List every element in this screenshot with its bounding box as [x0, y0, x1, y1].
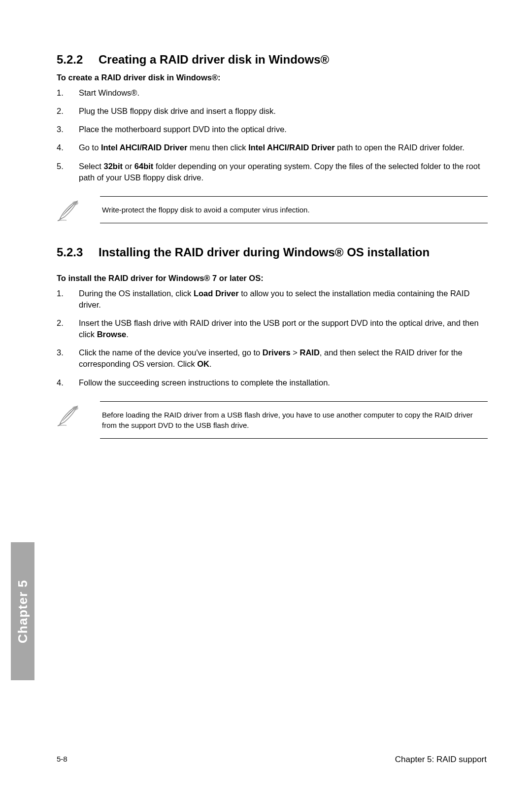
note-block-522: Write-protect the floppy disk to avoid a…	[57, 196, 488, 225]
list-item: 4. Follow the succeeding screen instruct…	[57, 377, 488, 388]
note-block-523: Before loading the RAID driver from a US…	[57, 401, 488, 439]
page-number: 5-8	[57, 755, 67, 765]
instruction-list-523: 1. During the OS installation, click Loa…	[57, 288, 488, 388]
list-item: 1. Start Windows®.	[57, 87, 488, 99]
footer-chapter-title: Chapter 5: RAID support	[395, 755, 487, 765]
page-footer: 5-8 Chapter 5: RAID support	[0, 755, 532, 765]
instruction-list-522: 1. Start Windows®. 2. Plug the USB flopp…	[57, 87, 488, 183]
quill-icon	[57, 401, 81, 430]
list-item: 2. Plug the USB floppy disk drive and in…	[57, 105, 488, 117]
chapter-tab: Chapter 5	[11, 542, 34, 680]
svg-point-1	[72, 406, 78, 410]
list-item: 1. During the OS installation, click Loa…	[57, 288, 488, 311]
list-item: 5. Select 32bit or 64bit folder dependin…	[57, 161, 488, 183]
list-item: 3. Place the motherboard support DVD int…	[57, 124, 488, 135]
section-number: 5.2.2	[57, 52, 99, 67]
section-523-intro: To install the RAID driver for Windows® …	[57, 274, 488, 283]
section-522-heading: 5.2.2 Creating a RAID driver disk in Win…	[57, 52, 488, 67]
section-number: 5.2.3	[57, 244, 99, 260]
section-title: Installing the RAID driver during Window…	[99, 244, 488, 260]
note-text: Before loading the RAID driver from a US…	[100, 401, 488, 439]
section-522-intro: To create a RAID driver disk in Windows®…	[57, 73, 488, 82]
svg-point-0	[72, 201, 78, 205]
list-item: 3. Click the name of the device you've i…	[57, 347, 488, 370]
section-523-heading: 5.2.3 Installing the RAID driver during …	[57, 244, 488, 260]
section-title: Creating a RAID driver disk in Windows®	[99, 52, 488, 67]
list-item: 4. Go to Intel AHCI/RAID Driver menu the…	[57, 142, 488, 153]
chapter-tab-label: Chapter 5	[15, 580, 31, 643]
list-item: 2. Insert the USB flash drive with RAID …	[57, 317, 488, 340]
page-content: 5.2.2 Creating a RAID driver disk in Win…	[0, 0, 532, 439]
quill-icon	[57, 196, 81, 225]
note-text: Write-protect the floppy disk to avoid a…	[100, 196, 488, 223]
